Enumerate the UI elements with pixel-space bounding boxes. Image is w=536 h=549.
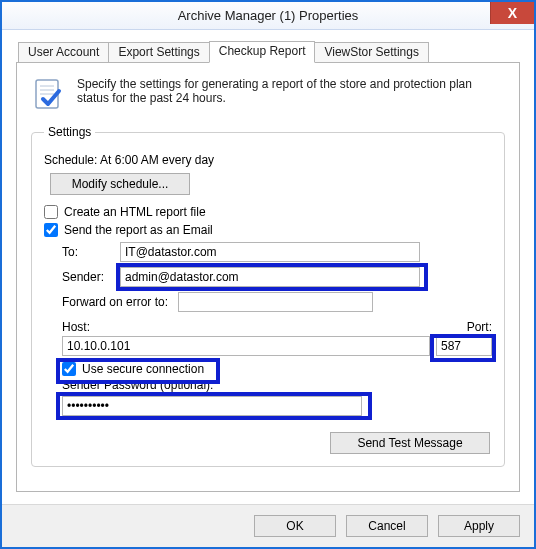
close-icon: X <box>508 5 517 21</box>
settings-legend: Settings <box>44 125 95 139</box>
send-email-checkbox[interactable] <box>44 223 58 237</box>
to-row: To: <box>62 242 492 262</box>
titlebar: Archive Manager (1) Properties X <box>2 2 534 30</box>
host-label: Host: <box>62 320 430 334</box>
password-label: Sender Password (optional): <box>62 378 492 392</box>
report-icon <box>31 77 67 113</box>
secure-label: Use secure connection <box>82 362 204 376</box>
send-email-label: Send the report as an Email <box>64 223 213 237</box>
forward-input[interactable] <box>178 292 373 312</box>
ok-button[interactable]: OK <box>254 515 336 537</box>
intro-text: Specify the settings for generating a re… <box>77 77 505 105</box>
schedule-text: Schedule: At 6:00 AM every day <box>44 153 492 167</box>
intro-row: Specify the settings for generating a re… <box>31 77 505 113</box>
tab-checkup-report[interactable]: Checkup Report <box>209 41 316 63</box>
host-input[interactable] <box>62 336 430 356</box>
forward-label: Forward on error to: <box>62 295 168 309</box>
modify-schedule-button[interactable]: Modify schedule... <box>50 173 190 195</box>
secure-checkbox[interactable] <box>62 362 76 376</box>
dialog-button-row: OK Cancel Apply <box>2 504 534 547</box>
password-input[interactable] <box>62 396 362 416</box>
create-html-label: Create an HTML report file <box>64 205 206 219</box>
secure-row: Use secure connection <box>62 362 492 376</box>
settings-group: Settings Schedule: At 6:00 AM every day … <box>31 125 505 467</box>
sender-label: Sender: <box>62 270 114 284</box>
close-button[interactable]: X <box>490 2 534 24</box>
password-row <box>62 396 492 416</box>
to-input[interactable] <box>120 242 420 262</box>
host-port-row: Host: Port: <box>62 320 492 356</box>
port-group: Port: <box>436 320 492 356</box>
tab-bar: User Account Export Settings Checkup Rep… <box>18 40 520 62</box>
send-email-checkbox-row[interactable]: Send the report as an Email <box>44 223 492 237</box>
dialog-window: Archive Manager (1) Properties X User Ac… <box>0 0 536 549</box>
tab-viewstor-settings[interactable]: ViewStor Settings <box>314 42 429 62</box>
cancel-button[interactable]: Cancel <box>346 515 428 537</box>
secure-checkbox-row[interactable]: Use secure connection <box>62 362 492 376</box>
email-settings-block: To: Sender: Forward on error to: <box>44 242 492 416</box>
create-html-checkbox-row[interactable]: Create an HTML report file <box>44 205 492 219</box>
send-test-button[interactable]: Send Test Message <box>330 432 490 454</box>
apply-button[interactable]: Apply <box>438 515 520 537</box>
dialog-content: User Account Export Settings Checkup Rep… <box>2 30 534 504</box>
forward-row: Forward on error to: <box>62 292 492 312</box>
tab-user-account[interactable]: User Account <box>18 42 109 62</box>
port-input[interactable] <box>436 336 492 356</box>
port-label: Port: <box>436 320 492 334</box>
to-label: To: <box>62 245 114 259</box>
tab-export-settings[interactable]: Export Settings <box>108 42 209 62</box>
sender-row: Sender: <box>62 267 492 287</box>
window-title: Archive Manager (1) Properties <box>2 8 534 23</box>
sender-input[interactable] <box>120 267 420 287</box>
tab-panel-checkup-report: Specify the settings for generating a re… <box>16 62 520 492</box>
host-group: Host: <box>62 320 430 356</box>
create-html-checkbox[interactable] <box>44 205 58 219</box>
